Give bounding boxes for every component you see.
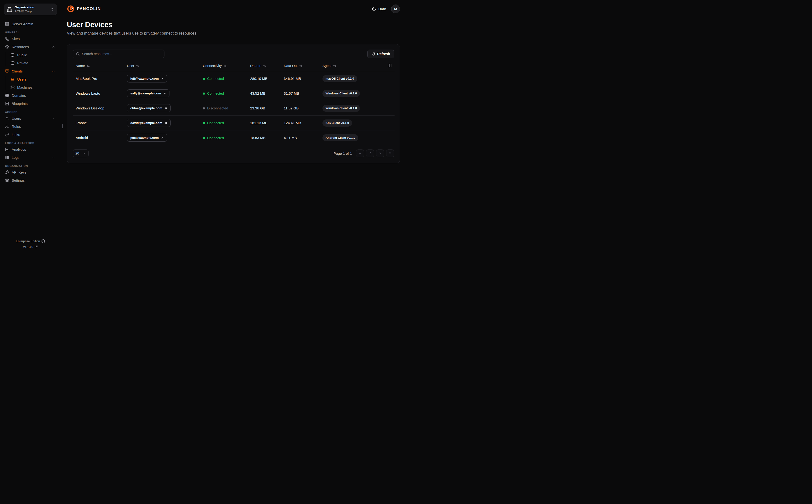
org-selector[interactable]: Organization ACME Corp. <box>4 4 57 15</box>
org-label: Organization <box>15 5 48 10</box>
gear-icon <box>5 178 9 182</box>
status-dot <box>203 122 205 124</box>
section-organization: ORGANIZATION <box>5 165 55 167</box>
arrow-up-right-icon <box>161 77 164 80</box>
user-link-button[interactable]: chloe@example.com <box>127 104 171 112</box>
sidebar-item-label: Public <box>17 53 27 57</box>
brand-logo[interactable]: PANGOLIN <box>67 5 101 13</box>
globe-lock-icon <box>10 61 15 65</box>
pager-buttons <box>356 149 394 157</box>
sidebar-item-public[interactable]: Public <box>10 52 55 58</box>
page-size-value: 20 <box>75 151 79 155</box>
page-info: Page 1 of 1 <box>333 151 352 155</box>
page-title: User Devices <box>67 21 400 29</box>
logs-icon <box>5 155 9 159</box>
sidebar-item-label: Blueprints <box>12 102 28 106</box>
chevrons-up-down-icon <box>50 8 54 11</box>
sidebar-item-users[interactable]: Users <box>5 115 55 121</box>
laptop-icon <box>10 77 15 81</box>
column-header-agent[interactable]: Agent <box>323 64 336 68</box>
search-icon <box>76 52 80 56</box>
sidebar-item-server-admin[interactable]: Server Admin <box>5 21 55 27</box>
monitor-up-icon <box>5 69 9 73</box>
data-out-value: 4.11 MB <box>281 130 320 145</box>
theme-toggle[interactable]: Dark <box>372 7 386 11</box>
sidebar-item-machines[interactable]: Machines <box>10 84 55 90</box>
topbar: PANGOLIN Dark M <box>67 0 400 18</box>
user-link-button[interactable]: david@example.com <box>127 119 171 127</box>
chevron-up-icon[interactable] <box>52 70 55 73</box>
globe-icon <box>10 53 15 57</box>
org-texts: Organization ACME Corp. <box>15 5 48 14</box>
building-icon <box>7 7 12 12</box>
data-out-value: 31.67 MB <box>281 86 320 101</box>
edition-link[interactable]: Enterprise Edition <box>16 239 45 243</box>
refresh-button[interactable]: Refresh <box>367 50 394 58</box>
sidebar-scrollbar-thumb[interactable] <box>62 124 63 128</box>
next-page-button[interactable] <box>376 149 384 157</box>
table-header-row: Name User Connectivity Data In Data Out … <box>73 61 395 71</box>
version-link[interactable]: v1.13.0 <box>23 245 38 249</box>
chevron-down-icon[interactable] <box>52 117 55 120</box>
sidebar-item-roles[interactable]: Roles <box>5 123 55 129</box>
sidebar-item-analytics[interactable]: Analytics <box>5 146 55 152</box>
first-page-button[interactable] <box>356 149 364 157</box>
user-link-button[interactable]: jeff@example.com <box>127 134 167 142</box>
sidebar-item-clients[interactable]: Clients <box>5 68 55 74</box>
sort-icon <box>333 64 336 67</box>
data-in-value: 280.10 MB <box>247 71 281 86</box>
sidebar-item-label: Machines <box>17 85 32 89</box>
column-header-user[interactable]: User <box>127 64 139 68</box>
sites-icon <box>5 37 9 41</box>
sidebar-item-settings[interactable]: Settings <box>5 177 55 183</box>
page-size-select[interactable]: 20 <box>73 149 88 157</box>
sidebar-item-resources[interactable]: Resources <box>5 44 55 50</box>
globe-icon <box>5 93 9 98</box>
column-header-name[interactable]: Name <box>76 64 90 68</box>
table-row: Android jeff@example.com Connected 18.63… <box>73 130 395 145</box>
page-subtitle: View and manage devices that users use t… <box>67 31 400 36</box>
sidebar-item-label: Sites <box>12 37 20 41</box>
agent-badge: Windows Client v0.1.0 <box>323 105 360 112</box>
table-row: Windows Desktop chloe@example.com Discon… <box>73 101 395 116</box>
user-link-button[interactable]: jeff@example.com <box>127 75 167 82</box>
version-label: v1.13.0 <box>23 245 33 249</box>
device-name: Windows Lapto <box>73 86 124 101</box>
external-link-icon <box>35 245 38 248</box>
sidebar-item-label: Server Admin <box>12 22 33 26</box>
search-input[interactable] <box>82 52 161 56</box>
users-icon <box>5 124 9 129</box>
sidebar-item-private[interactable]: Private <box>10 60 55 66</box>
sidebar-item-clients-users[interactable]: Users <box>10 76 55 82</box>
link-icon <box>5 133 9 137</box>
column-header-connectivity[interactable]: Connectivity <box>203 64 227 68</box>
sidebar-item-blueprints[interactable]: Blueprints <box>5 101 55 107</box>
devices-table: Name User Connectivity Data In Data Out … <box>73 61 395 145</box>
device-name: iPhone <box>73 116 124 130</box>
sidebar-item-sites[interactable]: Sites <box>5 36 55 42</box>
sidebar-item-logs[interactable]: Logs <box>5 154 55 160</box>
arrow-up-right-icon <box>161 136 164 139</box>
last-page-button[interactable] <box>386 149 394 157</box>
sidebar-item-links[interactable]: Links <box>5 132 55 138</box>
sidebar-item-domains[interactable]: Domains <box>5 93 55 98</box>
prev-page-button[interactable] <box>366 149 374 157</box>
sidebar-item-api-keys[interactable]: API Keys <box>5 169 55 175</box>
connectivity-status: Disconnected <box>203 106 228 110</box>
moon-icon <box>372 7 376 11</box>
column-header-data-in[interactable]: Data In <box>250 64 266 68</box>
card-footer: 20 Page 1 of 1 <box>73 149 394 157</box>
chevron-down-icon[interactable] <box>52 156 55 159</box>
device-name: MacBook Pro <box>73 71 124 86</box>
sidebar-item-label: Users <box>17 77 26 81</box>
data-out-value: 11.52 GB <box>281 101 320 116</box>
data-in-value: 43.52 MB <box>247 86 281 101</box>
avatar[interactable]: M <box>391 5 400 13</box>
data-out-value: 124.41 MB <box>281 116 320 130</box>
table-row: iPhone david@example.com Connected 181.1… <box>73 116 395 130</box>
sidebar-item-label: API Keys <box>12 170 26 174</box>
column-header-data-out[interactable]: Data Out <box>284 64 302 68</box>
user-link-button[interactable]: sally@example.com <box>127 89 169 97</box>
columns-toggle-button[interactable] <box>388 63 392 67</box>
chevron-up-icon[interactable] <box>52 45 55 49</box>
